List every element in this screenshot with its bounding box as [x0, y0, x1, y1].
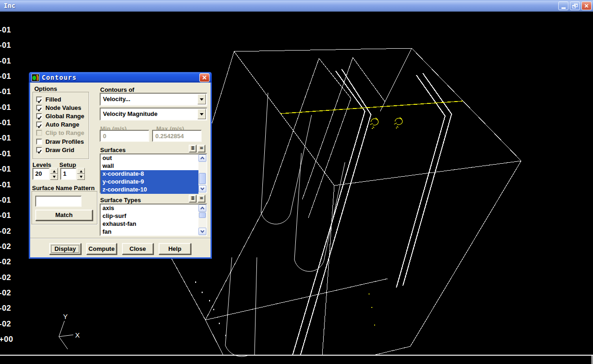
scroll-up-button[interactable]: [198, 204, 206, 212]
surfaces-scrollbar[interactable]: [198, 154, 206, 192]
surface-types-list-item[interactable]: exhaust-fan: [101, 220, 198, 228]
scale-label: -01: [0, 87, 11, 96]
max-input[interactable]: 0.2542854: [152, 130, 202, 142]
option-label: Draw Profiles: [45, 138, 84, 145]
scale-label: -02: [0, 319, 11, 329]
surfaces-list[interactable]: outwallx-coordinate-8y-coordinate-9z-coo…: [100, 153, 207, 193]
axis-x-label: X: [75, 331, 80, 339]
dialog-title: Contours: [42, 74, 77, 81]
checkbox-clip-to-range[interactable]: [36, 130, 42, 136]
surfaces-deselect-button[interactable]: =: [198, 145, 205, 153]
contours-dialog-icon: [32, 74, 39, 82]
close-button[interactable]: Close: [122, 243, 153, 255]
surface-types-list-item[interactable]: axis: [101, 204, 198, 212]
checkbox-filled[interactable]: [36, 96, 42, 102]
dialog-body: Options FilledNode ValuesGlobal RangeAut…: [29, 83, 212, 259]
contours-dialog: Contours ✕ Options FilledNode ValuesGlob…: [29, 72, 212, 259]
contours-of-label: Contours of: [100, 86, 134, 93]
rotation-marker-icon: [394, 117, 402, 128]
surface-types-label: Surface Types: [100, 197, 141, 204]
checkmark-icon: [37, 107, 42, 112]
window-title: Inc: [4, 2, 15, 9]
scale-label: -01: [0, 57, 11, 66]
levels-input[interactable]: 20: [32, 168, 50, 180]
scrollbar-thumb[interactable]: [199, 212, 206, 218]
display-button[interactable]: Display: [49, 243, 81, 255]
quantity-dropdown-button[interactable]: [198, 109, 206, 119]
dialog-titlebar[interactable]: Contours ✕: [29, 72, 212, 83]
min-input[interactable]: 0: [100, 130, 149, 142]
levels-up-button[interactable]: [50, 168, 58, 174]
quantity-value: Velocity Magnitude: [103, 110, 158, 117]
chevron-down-icon: [200, 113, 204, 117]
scroll-down-button[interactable]: [198, 228, 206, 235]
compute-button[interactable]: Compute: [86, 243, 117, 255]
checkmark-icon: [37, 115, 42, 121]
dialog-close-button[interactable]: ✕: [199, 73, 210, 82]
chevron-down-icon: [200, 98, 204, 102]
down-arrow-icon: [53, 176, 56, 179]
checkbox-global-range[interactable]: [36, 113, 42, 119]
max-value: 0.2542854: [155, 133, 184, 140]
window-titlebar[interactable]: Inc ✕: [0, 0, 593, 12]
option-label: Auto Range: [45, 121, 79, 128]
option-label: Global Range: [45, 113, 84, 120]
levels-down-button[interactable]: [50, 174, 58, 180]
surfaces-list-item[interactable]: y-coordinate-9: [101, 178, 198, 186]
setup-down-button[interactable]: [77, 174, 85, 180]
surfaces-list-item[interactable]: z-coordinate-10: [101, 186, 198, 194]
maximize-button[interactable]: [570, 1, 580, 10]
scale-label: -01: [0, 72, 11, 81]
surfaces-select-all-button[interactable]: ≡: [189, 145, 197, 153]
option-label: Clip to Range: [45, 129, 84, 136]
contours-of-value: Velocity...: [103, 96, 130, 102]
quantity-dropdown[interactable]: Velocity Magnitude: [100, 108, 207, 121]
option-label: Filled: [45, 96, 61, 103]
surface-types-list-item[interactable]: clip-surf: [101, 212, 198, 220]
setup-up-button[interactable]: [77, 168, 85, 174]
contours-of-dropdown[interactable]: Velocity...: [100, 93, 207, 106]
up-arrow-icon: [53, 169, 56, 172]
setup-input[interactable]: 1: [60, 168, 77, 180]
checkbox-draw-grid[interactable]: [36, 147, 42, 153]
help-button[interactable]: Help: [159, 243, 191, 255]
surface-types-select-all-button[interactable]: ≡: [189, 195, 197, 203]
close-button[interactable]: ✕: [581, 1, 592, 10]
scale-label: -01: [0, 26, 11, 35]
button-separator: [30, 238, 210, 239]
levels-label: Levels: [32, 161, 51, 168]
checkbox-auto-range[interactable]: [36, 121, 42, 128]
surface-types-scrollbar[interactable]: [198, 204, 206, 235]
up-arrow-icon: [80, 169, 83, 172]
scale-label: -01: [0, 211, 11, 220]
scroll-down-button[interactable]: [198, 185, 206, 192]
contours-of-dropdown-button[interactable]: [198, 94, 206, 104]
option-label: Draw Grid: [45, 147, 74, 153]
scale-label: -01: [0, 103, 11, 112]
dialog-close-icon: ✕: [202, 74, 207, 81]
scale-label: +00: [0, 335, 13, 344]
scale-label: -02: [0, 273, 11, 282]
scale-label: -01: [0, 41, 11, 50]
surface-types-deselect-button[interactable]: =: [198, 195, 205, 203]
surfaces-label: Surfaces: [100, 147, 126, 153]
scale-label: -01: [0, 149, 11, 159]
checkbox-node-values[interactable]: [36, 105, 42, 111]
scroll-up-button[interactable]: [198, 154, 206, 162]
surface-name-pattern-input[interactable]: [35, 196, 82, 207]
surfaces-list-item[interactable]: wall: [101, 162, 198, 170]
minimize-button[interactable]: [558, 1, 568, 10]
options-label: Options: [34, 85, 57, 92]
checkbox-draw-profiles[interactable]: [36, 139, 42, 145]
scale-label: -01: [0, 134, 11, 143]
rotation-marker-icon: [370, 118, 378, 129]
surface-types-list[interactable]: axisclip-surfexhaust-fanfan: [100, 204, 207, 236]
scrollbar-thumb[interactable]: [199, 173, 206, 184]
match-button[interactable]: Match: [35, 210, 93, 221]
scale-label: -01: [0, 118, 11, 128]
surfaces-list-item[interactable]: out: [101, 154, 198, 162]
surfaces-list-item[interactable]: x-coordinate-8: [101, 170, 198, 178]
scale-label: -02: [0, 288, 11, 298]
axis-y-label: Y: [63, 313, 68, 320]
surface-types-list-item[interactable]: fan: [101, 228, 198, 236]
